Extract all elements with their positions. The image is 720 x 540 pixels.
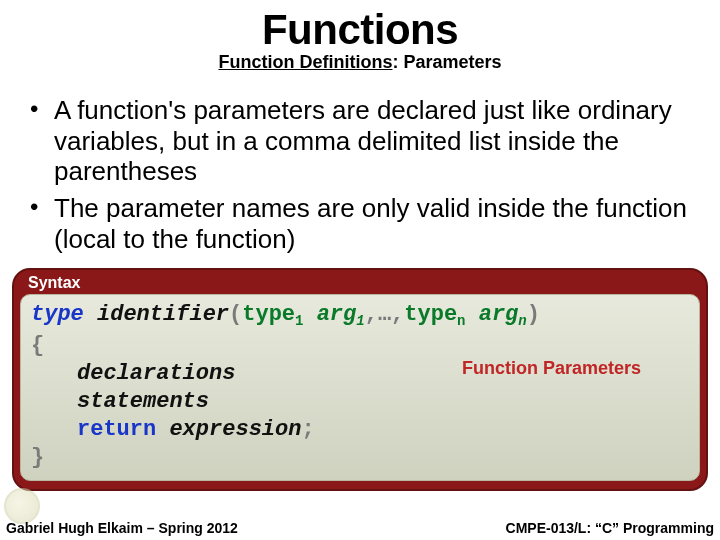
subtitle-separator: : <box>392 52 403 72</box>
semicolon: ; <box>301 417 314 442</box>
param-type-1-sub: 1 <box>295 314 303 330</box>
page-title: Functions <box>0 6 720 54</box>
body-statements: statements <box>77 389 209 414</box>
param-name-n: arg <box>479 302 519 327</box>
param-name-1-sub: 1 <box>356 314 364 330</box>
syntax-line-return: return expression; <box>31 416 689 444</box>
syntax-header: Syntax <box>14 270 706 294</box>
list-item: A function's parameters are declared jus… <box>24 95 696 187</box>
annotation-function-parameters: Function Parameters <box>462 357 641 380</box>
param-ellipsis: ,…, <box>365 302 405 327</box>
keyword-return: return <box>77 417 156 442</box>
return-expression: expression <box>169 417 301 442</box>
param-type-n: type <box>404 302 457 327</box>
footer-left: Gabriel Hugh Elkaim – Spring 2012 <box>6 520 238 536</box>
paren-open: ( <box>229 302 242 327</box>
list-item: The parameter names are only valid insid… <box>24 193 696 254</box>
param-name-n-sub: n <box>518 314 526 330</box>
footer-right: CMPE-013/L: “C” Programming <box>506 520 714 536</box>
paren-close: ) <box>527 302 540 327</box>
syntax-card: Syntax type identifier(type1 arg1,…,type… <box>12 268 708 491</box>
page-subtitle: Function Definitions: Parameters <box>0 52 720 73</box>
watermark-seal <box>4 488 40 524</box>
subtitle-part-b: Parameters <box>403 52 501 72</box>
body-declarations: declarations <box>77 361 235 386</box>
subtitle-part-a: Function Definitions <box>218 52 392 72</box>
param-type-1: type <box>242 302 295 327</box>
brace-close: } <box>31 444 689 472</box>
param-type-n-sub: n <box>457 314 465 330</box>
brace-open: { <box>31 332 689 360</box>
syntax-line-statements: statements <box>31 388 689 416</box>
identifier: identifier <box>97 302 229 327</box>
syntax-line-signature: type identifier(type1 arg1,…,typen argn) <box>31 301 689 331</box>
bullet-list: A function's parameters are declared jus… <box>24 95 696 254</box>
keyword-type: type <box>31 302 84 327</box>
syntax-body: type identifier(type1 arg1,…,typen argn)… <box>20 294 700 481</box>
param-name-1: arg <box>317 302 357 327</box>
